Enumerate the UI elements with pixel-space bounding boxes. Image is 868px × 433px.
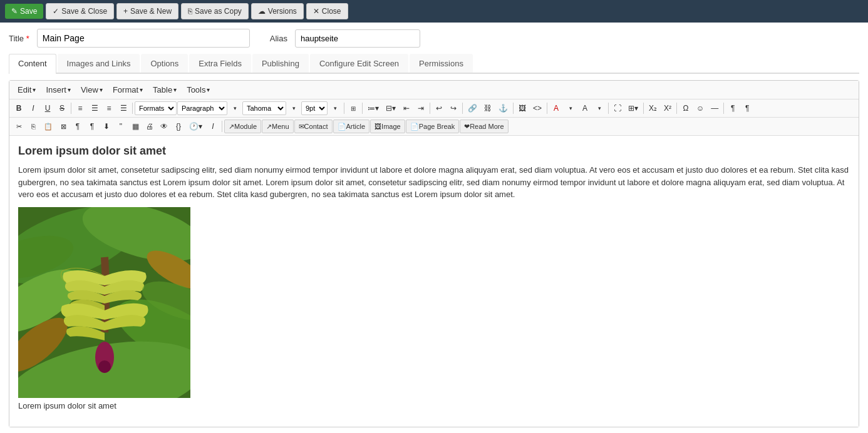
link-button[interactable]: 🔗 — [465, 101, 480, 115]
page-break-plugin-button[interactable]: 📄 Page Break — [406, 120, 459, 133]
unlink-button[interactable]: ⛓ — [481, 101, 495, 115]
read-more-plugin-button[interactable]: ❤ Read More — [460, 120, 508, 133]
read-more-icon: ❤ — [464, 123, 470, 131]
ordered-list-button[interactable]: ⊟▾ — [383, 101, 399, 115]
versions-button[interactable]: ☁ Versions — [251, 3, 304, 19]
outdent-button[interactable]: ⇤ — [400, 101, 413, 115]
text-color-arrow[interactable]: ▾ — [564, 101, 577, 115]
main-content: Title * Alias Content Images and Links O… — [0, 23, 868, 433]
menu-view[interactable]: View ▾ — [76, 83, 107, 96]
pilcrow-button[interactable]: ¶ — [71, 120, 85, 133]
sep8 — [547, 103, 547, 114]
font-select[interactable]: Tahoma — [242, 101, 286, 115]
show-blocks-button[interactable]: ¶ — [726, 101, 740, 115]
menu-format[interactable]: Format ▾ — [108, 83, 147, 96]
font-arrow-btn[interactable]: ▾ — [287, 101, 301, 115]
highlight-arrow[interactable]: ▾ — [592, 101, 606, 115]
align-left-button[interactable]: ≡ — [73, 101, 87, 115]
smiley-button[interactable]: ☺ — [693, 101, 707, 115]
paste-text-button[interactable]: ⊠ — [56, 120, 70, 133]
alias-input[interactable] — [295, 29, 420, 48]
tab-publishing[interactable]: Publishing — [252, 54, 309, 73]
sep2 — [132, 103, 133, 114]
content-heading: Lorem ipsum dolor sit amet — [18, 145, 850, 158]
tab-extra[interactable]: Extra Fields — [189, 54, 251, 73]
save-icon: ✎ — [11, 7, 18, 16]
paste-button[interactable]: 📋 — [41, 120, 56, 133]
clock-button[interactable]: 🕐▾ — [186, 120, 205, 133]
save-new-button[interactable]: + Save & New — [116, 3, 178, 19]
copy-button[interactable]: ⎘ — [26, 120, 40, 133]
sep7 — [513, 103, 514, 114]
save-button[interactable]: ✎ Save — [5, 4, 43, 19]
tab-options[interactable]: Options — [141, 54, 188, 73]
save-close-button[interactable]: ✓ Save & Close — [46, 3, 114, 19]
align-right-button[interactable]: ≡ — [102, 101, 116, 115]
pilcrow2-button[interactable]: ¶ — [85, 120, 99, 133]
word-count-button[interactable]: ⊞ — [346, 101, 360, 115]
tab-configure[interactable]: Configure Edit Screen — [310, 54, 408, 73]
editor-menubar: Edit ▾ Insert ▾ View ▾ Format ▾ Table ▾ … — [9, 81, 859, 99]
unordered-list-button[interactable]: ≔▾ — [364, 101, 382, 115]
sep4 — [362, 103, 363, 114]
image-btn[interactable]: 🖼 — [515, 101, 529, 115]
article-plugin-button[interactable]: 📄 Article — [333, 120, 370, 133]
title-input[interactable] — [37, 29, 250, 48]
menu-plugin-button[interactable]: ↗ Menu — [262, 120, 294, 133]
print-button[interactable]: 🖨 — [143, 120, 157, 133]
tab-permissions[interactable]: Permissions — [410, 54, 473, 73]
size-select[interactable]: 9pt — [301, 101, 328, 115]
italic-button[interactable]: I — [26, 101, 40, 115]
tools-arrow-icon: ▾ — [207, 86, 210, 93]
paragraph-select[interactable]: Paragraph — [177, 101, 227, 115]
checkmark-icon: ✓ — [53, 7, 59, 16]
table2-button[interactable]: ▦ — [128, 120, 142, 133]
size-arrow-btn[interactable]: ▾ — [328, 101, 342, 115]
justify-button[interactable]: ☰ — [116, 101, 130, 115]
highlight-button[interactable]: A — [578, 101, 592, 115]
download-button[interactable]: ⬇ — [100, 120, 113, 133]
menu-tools[interactable]: Tools ▾ — [182, 83, 214, 96]
strikethrough-button[interactable]: S — [55, 101, 69, 115]
source-button[interactable]: {} — [172, 120, 185, 133]
image-icon: 🖼 — [375, 123, 381, 130]
code-btn[interactable]: <> — [530, 101, 545, 115]
cut-button[interactable]: ✂ — [12, 120, 26, 133]
editor-toolbar-2: ✂ ⎘ 📋 ⊠ ¶ ¶ ⬇ " ▦ 🖨 👁 {} 🕐▾ I ↗ Module ↗… — [9, 118, 859, 136]
menu-edit[interactable]: Edit ▾ — [13, 83, 40, 96]
editor-content[interactable]: Lorem ipsum dolor sit amet Lorem ipsum d… — [9, 136, 859, 427]
quote-button[interactable]: " — [114, 120, 128, 133]
special-chars-button[interactable]: Ω — [679, 101, 693, 115]
preview-button[interactable]: 👁 — [157, 120, 171, 133]
table-insert-button[interactable]: ⊞▾ — [625, 101, 641, 115]
hr-button[interactable]: — — [708, 101, 721, 115]
tabs: Content Images and Links Options Extra F… — [9, 54, 859, 74]
contact-plugin-button[interactable]: ✉ Contact — [294, 120, 333, 133]
format-arrow-icon: ▾ — [140, 86, 143, 93]
close-button[interactable]: ✕ Close — [306, 3, 348, 19]
fullscreen-button[interactable]: ⛶ — [611, 101, 624, 115]
module-plugin-button[interactable]: ↗ Module — [224, 120, 261, 133]
tab-content[interactable]: Content — [9, 54, 56, 74]
align-center-button[interactable]: ☰ — [88, 101, 101, 115]
bold-button[interactable]: B — [12, 101, 26, 115]
superscript-button[interactable]: X² — [661, 101, 674, 115]
indent-button[interactable]: ⇥ — [414, 101, 428, 115]
text-color-button[interactable]: A — [549, 101, 563, 115]
save-copy-button[interactable]: ⎘ Save as Copy — [181, 3, 249, 19]
menu-icon: ↗ — [266, 123, 272, 131]
subscript-button[interactable]: X₂ — [646, 101, 660, 115]
image-plugin-button[interactable]: 🖼 Image — [370, 120, 405, 133]
undo-button[interactable]: ↩ — [432, 101, 446, 115]
tab-images[interactable]: Images and Links — [58, 54, 140, 73]
sep5 — [430, 103, 430, 114]
underline-button[interactable]: U — [41, 101, 54, 115]
redo-button[interactable]: ↪ — [447, 101, 460, 115]
formats-select[interactable]: Formats — [135, 101, 177, 115]
para-arrow-btn[interactable]: ▾ — [228, 101, 242, 115]
italic2-button[interactable]: I — [206, 120, 220, 133]
menu-insert[interactable]: Insert ▾ — [41, 83, 75, 96]
anchor-button[interactable]: ⚓ — [495, 101, 511, 115]
menu-table[interactable]: Table ▾ — [148, 83, 181, 96]
show-invisible-button[interactable]: ¶ — [740, 101, 754, 115]
